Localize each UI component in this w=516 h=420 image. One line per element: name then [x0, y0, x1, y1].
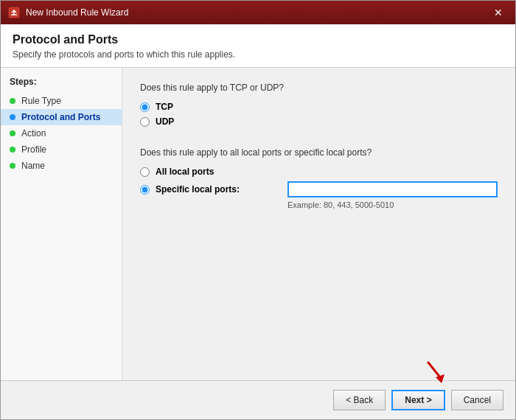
page-subtitle: Specify the protocols and ports to which…: [13, 49, 503, 60]
udp-option[interactable]: UDP: [140, 116, 498, 127]
footer: < Back Next > Cancel: [1, 380, 515, 419]
steps-label: Steps:: [1, 77, 122, 93]
all-ports-option[interactable]: All local ports: [140, 167, 498, 177]
all-ports-label[interactable]: All local ports: [156, 167, 214, 177]
tcp-label[interactable]: TCP: [156, 102, 173, 112]
port-input[interactable]: [287, 181, 498, 197]
question-ports: Does this rule apply to all local ports …: [140, 147, 498, 158]
main-panel: Does this rule apply to TCP or UDP? TCP …: [122, 68, 515, 380]
question-tcp-udp: Does this rule apply to TCP or UDP?: [140, 83, 498, 93]
sidebar-item-name[interactable]: Name: [1, 158, 122, 174]
dot-rule-type: [10, 98, 15, 104]
all-ports-radio[interactable]: [140, 167, 150, 177]
page-title: Protocol and Ports: [13, 33, 503, 46]
specific-ports-label[interactable]: Specific local ports:: [156, 184, 240, 195]
sidebar-item-action[interactable]: Action: [1, 125, 122, 141]
close-button[interactable]: ✕: [489, 5, 508, 20]
ports-group: All local ports Specific local ports: Ex…: [140, 167, 498, 209]
svg-rect-1: [11, 14, 17, 15]
sidebar-label-rule-type: Rule Type: [21, 96, 61, 106]
window: New Inbound Rule Wizard ✕ Protocol and P…: [0, 0, 516, 420]
dot-profile: [10, 147, 15, 153]
specific-ports-radio[interactable]: [140, 185, 150, 195]
tcp-option[interactable]: TCP: [140, 102, 498, 112]
arrow-indicator: [422, 360, 449, 388]
svg-line-2: [428, 363, 440, 377]
sidebar-label-profile: Profile: [21, 144, 46, 155]
tcp-radio[interactable]: [140, 102, 150, 112]
next-button[interactable]: Next >: [391, 390, 444, 410]
sidebar-item-protocol-ports[interactable]: Protocol and Ports: [1, 109, 122, 125]
title-bar: New Inbound Rule Wizard ✕: [1, 1, 515, 24]
cancel-button[interactable]: Cancel: [451, 390, 503, 410]
udp-label[interactable]: UDP: [156, 116, 174, 127]
dot-protocol-ports: [10, 114, 15, 120]
back-button[interactable]: < Back: [333, 390, 386, 410]
port-example-text: Example: 80, 443, 5000-5010: [287, 200, 498, 209]
specific-ports-option[interactable]: Specific local ports:: [140, 184, 287, 195]
header-section: Protocol and Ports Specify the protocols…: [1, 24, 515, 68]
sidebar-label-name: Name: [21, 161, 45, 171]
udp-radio[interactable]: [140, 117, 150, 127]
specific-ports-row: Specific local ports:: [140, 181, 498, 197]
window-icon: [8, 7, 20, 18]
dot-action: [10, 130, 15, 136]
sidebar-label-action: Action: [21, 128, 46, 139]
tcp-udp-group: TCP UDP: [140, 102, 498, 127]
sidebar-item-profile[interactable]: Profile: [1, 141, 122, 158]
window-title: New Inbound Rule Wizard: [26, 7, 489, 18]
sidebar: Steps: Rule Type Protocol and Ports Acti…: [1, 68, 122, 380]
dot-name: [10, 163, 15, 169]
sidebar-label-protocol-ports: Protocol and Ports: [21, 112, 100, 122]
content-area: Steps: Rule Type Protocol and Ports Acti…: [1, 68, 515, 380]
sidebar-item-rule-type[interactable]: Rule Type: [1, 93, 122, 109]
